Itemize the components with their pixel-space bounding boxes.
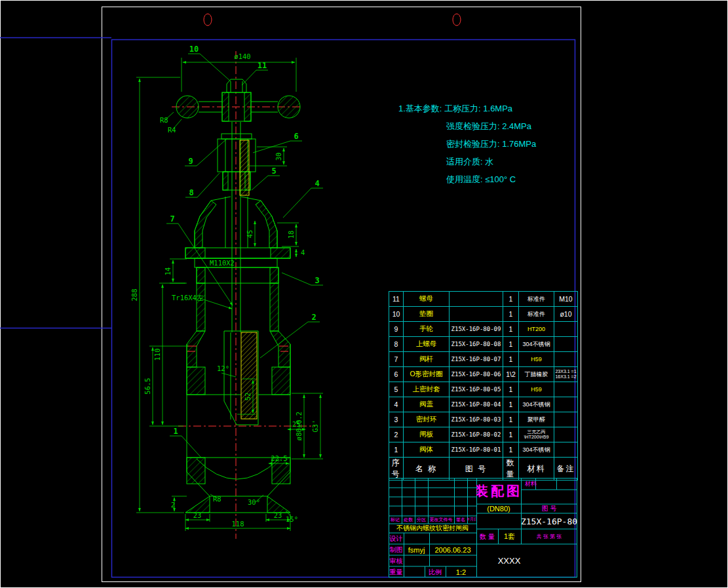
- check-label: 审核: [389, 555, 404, 566]
- packing-seal: [240, 140, 249, 195]
- note-line: 强度检验压力: 2.4MPa: [446, 117, 536, 135]
- balloon-number: 7: [170, 214, 174, 224]
- dim-label: G3': [311, 420, 319, 433]
- bom-cell-dwg: Z15X-16P-80-06: [450, 367, 503, 382]
- bom-cell-dwg: Z15X-16P-80-03: [450, 412, 503, 427]
- draft-date: 2006.06.23: [429, 544, 476, 555]
- handwheel: [176, 79, 300, 121]
- balloon-number: 2: [311, 313, 316, 322]
- dim-label: 22.5: [271, 454, 287, 462]
- weight-label: 重量: [389, 566, 404, 578]
- cad-sheet: ø140 R8 R4 30 45 18 4 M110X2 14 288 Tr16…: [0, 0, 728, 588]
- dim-label: 4: [301, 248, 305, 256]
- bom-cell-dwg: Z15X-16P-80-04: [450, 397, 503, 412]
- rev-header-count: 处数: [402, 515, 415, 524]
- bom-cell-name: 密封环: [404, 412, 450, 427]
- dim-label: 12°: [217, 364, 229, 372]
- bom-cell-name: 上密封套: [404, 382, 450, 397]
- bom-row: 9手轮Z15X-16P-80-091HT200: [389, 322, 578, 337]
- bom-cell-material: 304不锈钢: [519, 442, 554, 458]
- bom-cell-material: 304不锈钢: [519, 337, 554, 352]
- bom-cell-material: 三元乙丙\HT200\H59: [519, 427, 554, 442]
- drawing-no: Z15X-16P-80: [521, 513, 577, 529]
- bom-cell-seq: 7: [389, 352, 404, 367]
- note-line: 使用温度: ≤100° C: [446, 170, 536, 188]
- balloon-number: 3: [315, 276, 319, 285]
- company-name: XXXX: [476, 554, 542, 567]
- bom-cell-material: 标准件: [519, 307, 554, 322]
- drawing-canvas: ø140 R8 R4 30 45 18 4 M110X2 14 288 Tr16…: [0, 0, 728, 588]
- scale-value: 1:2: [446, 566, 476, 578]
- registration-marks: [204, 14, 461, 26]
- bom-body: 11螺母1标准件M1010垫圈1标准件ø109手轮Z15X-16P-80-091…: [389, 292, 578, 480]
- bom-cell-seq: 4: [389, 397, 404, 412]
- bom-cell-name: 垫圈: [404, 307, 450, 322]
- dim-label: ø80±0.2: [295, 412, 303, 441]
- bom-row: 2闸板Z15X-16P-80-021三元乙丙\HT200\H59: [389, 427, 578, 442]
- dim-label: M110X2: [210, 259, 235, 267]
- bom-cell-dwg: Z15X-16P-80-01: [450, 442, 503, 458]
- bom-cell-seq: 6: [389, 367, 404, 382]
- dim-label: R8: [213, 495, 221, 503]
- bom-row: 11螺母1标准件M10: [389, 292, 578, 307]
- balloon-number: 1: [173, 427, 178, 436]
- drawing-no-label: 图 号: [521, 504, 577, 513]
- bom-cell-dwg: [450, 307, 503, 322]
- dim-label: Tr16X4左: [172, 294, 204, 302]
- bom-cell-dwg: Z15X-16P-80-05: [450, 382, 503, 397]
- design-label: 设计: [389, 533, 404, 544]
- rev-header-docno: 更改文件号: [428, 515, 454, 524]
- dim-label: 15°: [286, 515, 298, 523]
- bom-cell-seq: 2: [389, 427, 404, 442]
- balloon-number: 11: [258, 61, 267, 70]
- bom-row: 7阀杆Z15X-16P-80-071H59: [389, 352, 578, 367]
- bom-cell-material: HT200: [519, 322, 554, 337]
- dim-label: 2: [171, 501, 175, 509]
- material-label: 材料: [521, 478, 541, 490]
- valve-body: [185, 283, 290, 513]
- balloon-number: 9: [188, 157, 193, 166]
- bom-cell-qty: 1: [503, 352, 519, 367]
- bom-cell-name: 阀杆: [404, 352, 450, 367]
- note-line: 适用介质: 水: [446, 153, 536, 170]
- bom-table: 11螺母1标准件M1010垫圈1标准件ø109手轮Z15X-16P-80-091…: [389, 291, 578, 480]
- bom-cell-qty: 1: [503, 442, 519, 458]
- bom-cell-seq: 9: [389, 322, 404, 337]
- balloon-number: 5: [271, 167, 276, 176]
- dim-label: 56.5: [144, 378, 151, 394]
- bom-cell-dwg: Z15X-16P-80-02: [450, 427, 503, 442]
- dn-size: (DN80): [476, 503, 521, 513]
- dim-label: 14: [164, 267, 172, 276]
- bonnet-flange: [185, 248, 290, 283]
- balloon-number: 10: [189, 45, 199, 54]
- bom-cell-remark: [554, 412, 578, 427]
- bom-header-name: 名 称: [404, 458, 450, 480]
- bom-header-qty: 数量: [503, 458, 519, 480]
- bom-row: 10垫圈1标准件ø10: [389, 307, 578, 322]
- bom-header-material: 材料: [519, 458, 554, 480]
- bom-cell-dwg: [450, 292, 503, 307]
- dim-label: 45: [246, 230, 254, 239]
- qty-value: 1套: [498, 529, 521, 544]
- sheets-label: 共 张 第 张: [521, 529, 577, 544]
- bom-cell-name: 上螺母: [404, 337, 450, 352]
- scale-label: 比例: [425, 566, 446, 578]
- balloon-number: 4: [315, 179, 319, 188]
- dim-label: 23: [274, 511, 282, 519]
- balloon-number: 6: [294, 132, 298, 141]
- bom-cell-qty: 1: [503, 322, 519, 337]
- bom-cell-remark: [554, 352, 578, 367]
- bom-header-seq: 序号: [389, 458, 404, 480]
- dim-label: 110: [153, 349, 161, 361]
- bom-cell-seq: 3: [389, 412, 404, 427]
- sheet-frame: [0, 1, 728, 588]
- bom-cell-remark: 23X3.1 =1 16X3.1 =2: [554, 367, 578, 382]
- bom-cell-dwg: Z15X-16P-80-07: [450, 352, 503, 367]
- dim-label: 52: [244, 393, 252, 401]
- bom-row: 5上密封套Z15X-16P-80-051H59: [389, 382, 578, 397]
- bom-cell-seq: 8: [389, 337, 404, 352]
- bom-header-row: 序号名 称图 号数量材料备注: [389, 458, 578, 480]
- bom-cell-material: 304不锈钢: [519, 397, 554, 412]
- bom-cell-remark: [554, 397, 578, 412]
- bom-row: 3密封环Z15X-16P-80-031聚甲醛: [389, 412, 578, 427]
